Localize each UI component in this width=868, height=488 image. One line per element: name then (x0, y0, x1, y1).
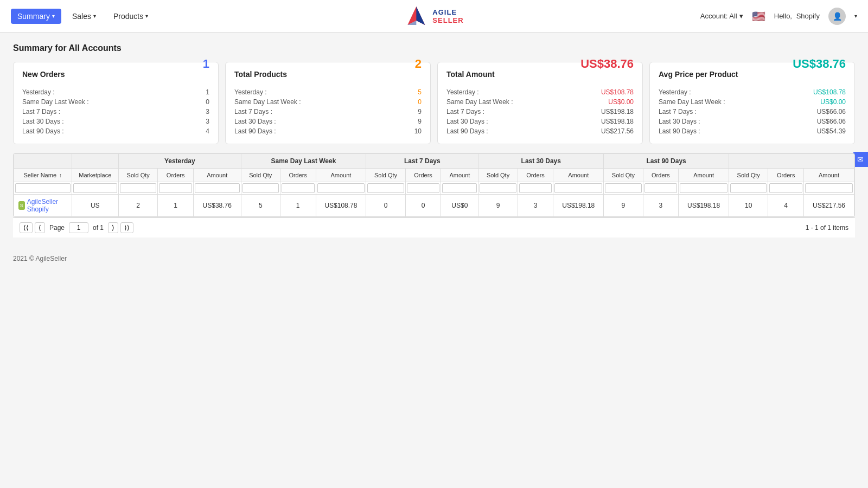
stat-label: Last 30 Days : (659, 118, 700, 125)
stat-label: Same Day Last Week : (446, 98, 513, 106)
of-label: of 1 (93, 224, 104, 232)
filter-sdlw-orders[interactable] (407, 183, 440, 193)
filter-cell (604, 182, 643, 195)
logo: AGILE SELLER (404, 4, 463, 28)
items-info: 1 - 1 of 1 items (806, 224, 848, 232)
stat-row: Yesterday : 5 (234, 87, 422, 97)
first-page-btn[interactable]: ⟨⟨ (20, 222, 33, 233)
logo-icon (404, 4, 428, 28)
nav-sales-chevron: ▾ (93, 13, 96, 19)
filter-seller-name[interactable] (15, 183, 71, 193)
filter-l30-orders[interactable] (644, 183, 678, 193)
stat-value: 3 (206, 118, 209, 125)
table-row: S AgileSeller Shopify US 2 1 US$38.76 5 … (14, 195, 854, 217)
main-nav: Summary ▾ Sales ▾ Products ▾ (11, 9, 155, 24)
stat-label: Last 90 Days : (234, 127, 276, 135)
filter-l30-soldqty[interactable] (605, 183, 641, 193)
stat-label: Yesterday : (234, 88, 267, 96)
summary-cards: New Orders 1 Yesterday : 1 Same Day Last… (13, 62, 855, 144)
cell-l90-amount: US$217.56 (803, 195, 854, 217)
avatar-chevron[interactable]: ▾ (854, 13, 857, 19)
cell-l90-soldqty: 10 (729, 195, 768, 217)
filter-cell (405, 182, 441, 195)
filter-l90-orders[interactable] (769, 183, 802, 193)
filter-l90-amount[interactable] (805, 183, 853, 193)
col-sdlw-orders: Orders (405, 169, 441, 182)
email-icon[interactable]: ✉ (853, 152, 868, 167)
filter-l30-amount[interactable] (680, 183, 727, 193)
filter-today-soldqty[interactable] (120, 183, 156, 193)
data-table: Yesterday Same Day Last Week Last 7 Days… (13, 153, 855, 217)
stat-row: Last 90 Days : 4 (22, 126, 209, 136)
filter-l7-amount[interactable] (554, 183, 602, 193)
footer-text: 2021 © AgileSeller (13, 255, 67, 262)
account-selector[interactable]: Account: All ▾ (700, 12, 743, 20)
seller-name-text: AgileSeller Shopify (27, 198, 67, 213)
cell-l7-amount: US$198.18 (553, 195, 604, 217)
filter-cell (72, 182, 118, 195)
stat-value: US$0.00 (608, 98, 634, 106)
nav-products[interactable]: Products ▾ (107, 9, 155, 24)
prev-page-btn[interactable]: ⟨ (35, 222, 45, 233)
avatar[interactable]: 👤 (828, 8, 846, 25)
filter-cell (280, 182, 316, 195)
filter-yest-soldqty[interactable] (242, 183, 279, 193)
card-new-orders-value: 1 (203, 57, 209, 71)
stat-value: US$198.18 (601, 118, 634, 125)
col-today-orders: Orders (158, 169, 194, 182)
filter-l7-soldqty[interactable] (480, 183, 516, 193)
summary-table: Yesterday Same Day Last Week Last 7 Days… (14, 153, 854, 217)
th-yesterday: Same Day Last Week (241, 154, 366, 169)
stat-label: Yesterday : (659, 88, 691, 96)
filter-sdlw-amount[interactable] (442, 183, 477, 193)
stat-row: Yesterday : 1 (22, 87, 209, 97)
col-l7-orders: Orders (518, 169, 553, 182)
col-yesterday-sold-qty: Sold Qty (241, 169, 280, 182)
stat-value: 0 (206, 98, 209, 106)
next-page-btn[interactable]: ⟩ (108, 222, 118, 233)
stat-label: Last 30 Days : (446, 118, 488, 125)
nav-summary[interactable]: Summary ▾ (11, 9, 61, 24)
cell-l7-orders: 3 (518, 195, 553, 217)
shopify-icon: S (18, 201, 25, 210)
filter-sdlw-soldqty[interactable] (367, 183, 404, 193)
pagination-row: ⟨⟨ ⟨ Page 1 of 1 ⟩ ⟩⟩ 1 - 1 of 1 items (13, 217, 855, 237)
last-page-btn[interactable]: ⟩⟩ (120, 222, 133, 233)
filter-yest-orders[interactable] (282, 183, 315, 193)
filter-today-amount[interactable] (195, 183, 240, 193)
stat-row: Last 30 Days : US$66.06 (659, 117, 846, 126)
stat-value: 1 (206, 88, 209, 96)
card-total-amount: Total Amount US$38.76 Yesterday : US$108… (437, 62, 643, 144)
stat-label: Yesterday : (22, 88, 55, 96)
cell-today-amount: US$38.76 (193, 195, 241, 217)
flag-icon[interactable]: 🇺🇸 (752, 10, 765, 23)
filter-l90-soldqty[interactable] (730, 183, 767, 193)
cell-yest-amount: US$108.78 (316, 195, 366, 217)
cell-sdlw-soldqty: 0 (366, 195, 405, 217)
filter-l7-orders[interactable] (519, 183, 552, 193)
nav-sales[interactable]: Sales ▾ (66, 9, 103, 24)
col-seller-name[interactable]: Seller Name ↑ (14, 169, 72, 182)
page-number-input[interactable]: 1 (69, 222, 88, 233)
filter-yest-amount[interactable] (317, 183, 365, 193)
cell-seller-name: S AgileSeller Shopify (14, 195, 72, 217)
stat-label: Same Day Last Week : (234, 98, 301, 106)
col-l7-sold-qty: Sold Qty (478, 169, 518, 182)
filter-cell (643, 182, 679, 195)
stat-value: 9 (418, 108, 422, 115)
stat-row: Same Day Last Week : 0 (234, 97, 422, 107)
col-yesterday-amount: Amount (316, 169, 366, 182)
filter-marketplace[interactable] (73, 183, 117, 193)
cell-l90-orders: 4 (768, 195, 804, 217)
stat-label: Last 7 Days : (446, 108, 484, 115)
col-l30-orders: Orders (643, 169, 679, 182)
filter-cell (366, 182, 405, 195)
th-last-7-days: Last 30 Days (478, 154, 604, 169)
filter-today-orders[interactable] (159, 183, 192, 193)
cell-today-soldqty: 2 (119, 195, 158, 217)
col-sdlw-amount: Amount (441, 169, 478, 182)
stat-label: Last 7 Days : (659, 108, 697, 115)
col-l90-sold-qty: Sold Qty (729, 169, 768, 182)
seller-link[interactable]: S AgileSeller Shopify (18, 198, 67, 213)
card-total-amount-value: US$38.76 (580, 57, 634, 71)
